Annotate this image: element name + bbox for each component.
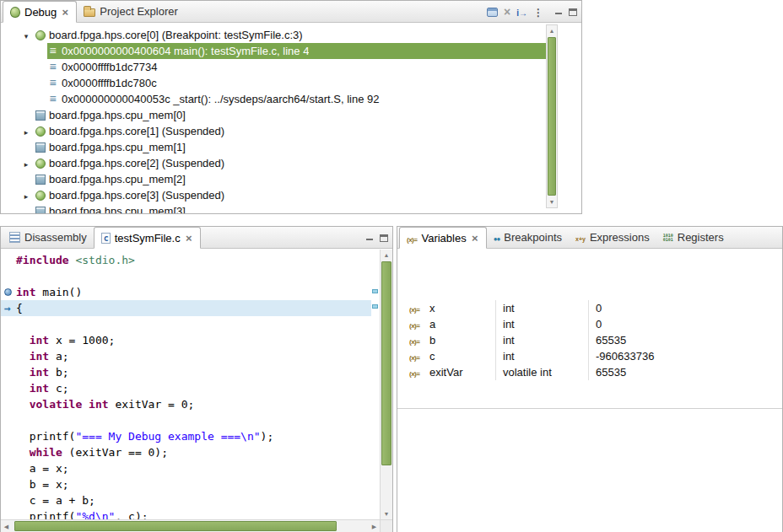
- scrollbar-thumb[interactable]: [14, 521, 337, 531]
- gutter: [1, 428, 14, 444]
- expander-closed-icon[interactable]: [20, 189, 32, 202]
- tab-disassembly[interactable]: Disassembly: [3, 227, 94, 248]
- gutter: [1, 332, 14, 348]
- tree-row[interactable]: board.fpga.hps.core[2] (Suspended): [2, 155, 546, 171]
- tab-registers[interactable]: Registers: [656, 227, 731, 248]
- code-line[interactable]: [1, 316, 371, 332]
- scrollbar-thumb[interactable]: [381, 261, 392, 465]
- tab-debug[interactable]: Debug: [3, 1, 77, 23]
- tree-row[interactable]: board.fpga.hps.core[1] (Suspended): [2, 123, 546, 139]
- minimize-icon[interactable]: [554, 8, 563, 16]
- debug-tree: board.fpga.hps.core[0] (Breakpoint: test…: [2, 24, 546, 213]
- tab-breakpoints[interactable]: Breakpoints: [487, 227, 569, 248]
- editor-vscrollbar[interactable]: [380, 250, 392, 519]
- tab-expressions[interactable]: Expressions: [569, 227, 656, 248]
- tree-row[interactable]: 0x0000000000400604 main(): testSymFile.c…: [2, 43, 546, 59]
- close-icon[interactable]: [61, 6, 69, 19]
- tree-indent: [2, 91, 47, 107]
- code-token: printf(: [16, 430, 75, 443]
- scroll-up-icon[interactable]: [547, 25, 557, 36]
- code-line[interactable]: {: [1, 300, 371, 316]
- code-line[interactable]: int x = 1000;: [1, 332, 371, 348]
- detail-pane-sash[interactable]: [397, 408, 782, 409]
- code-line[interactable]: [1, 412, 371, 428]
- tab-label: Disassembly: [24, 231, 87, 244]
- remove-all-terminated-icon[interactable]: [504, 6, 510, 19]
- scroll-right-icon[interactable]: [369, 520, 380, 532]
- close-icon[interactable]: [185, 232, 193, 245]
- tab-testsymfile-c[interactable]: testSymFile.c: [94, 227, 201, 249]
- tree-row[interactable]: board.fpga.hps.cpu_mem[3]: [2, 203, 546, 213]
- code-token: a;: [49, 350, 68, 363]
- variable-value: 65535: [588, 364, 782, 380]
- gutter: [1, 252, 14, 268]
- tree-row[interactable]: 0x0000ffffb1dc7734: [2, 59, 546, 75]
- variable-type: int: [495, 332, 588, 348]
- instruction-pointer-overview-mark[interactable]: [372, 304, 378, 309]
- breakpoint-overview-mark[interactable]: [372, 289, 378, 293]
- tree-row[interactable]: board.fpga.hps.cpu_mem[0]: [2, 107, 546, 123]
- code-token: [82, 398, 89, 411]
- variable-type: int: [495, 316, 588, 332]
- expander-closed-icon[interactable]: [20, 157, 32, 169]
- scroll-left-icon[interactable]: [1, 520, 12, 532]
- maximize-icon[interactable]: [380, 234, 388, 242]
- scrollbar-thumb[interactable]: [548, 37, 556, 196]
- tree-row[interactable]: board.fpga.hps.cpu_mem[1]: [2, 139, 546, 155]
- variable-row[interactable]: bint65535: [397, 332, 782, 348]
- tree-row[interactable]: board.fpga.hps.core[3] (Suspended): [2, 187, 546, 203]
- code-line[interactable]: volatile int exitVar = 0;: [1, 396, 371, 412]
- instruction-pointer-gutter: [1, 300, 14, 316]
- tab-label: Debug: [24, 6, 57, 19]
- code-line[interactable]: [1, 268, 371, 284]
- code-line[interactable]: printf("%d\n", c);: [1, 508, 371, 519]
- scroll-down-icon[interactable]: [547, 196, 557, 207]
- code-token: main(): [35, 286, 82, 298]
- tree-indent: [2, 203, 20, 213]
- code-line[interactable]: int a;: [1, 348, 371, 364]
- variable-row[interactable]: cint-960633736: [397, 348, 782, 364]
- code-area[interactable]: #include <stdio.h>int main(){ int x = 10…: [1, 250, 371, 519]
- scroll-down-icon[interactable]: [381, 508, 392, 519]
- expander-closed-icon[interactable]: [20, 125, 32, 137]
- tree-row-body: 0x0000ffffb1dc780c: [47, 75, 546, 91]
- tree-row[interactable]: board.fpga.hps.cpu_mem[2]: [2, 171, 546, 187]
- connect-icon[interactable]: [487, 8, 498, 17]
- minimize-icon[interactable]: [365, 234, 374, 242]
- tree-row[interactable]: 0x000000000040053c _start(): ../sysdeps/…: [2, 91, 546, 107]
- code-line[interactable]: int main(): [1, 284, 371, 300]
- tab-variables[interactable]: Variables: [399, 227, 487, 249]
- debug-tree-scrollbar[interactable]: [546, 24, 558, 208]
- editor-hscrollbar[interactable]: [1, 519, 380, 532]
- tree-row[interactable]: 0x0000ffffb1dc780c: [2, 75, 546, 91]
- code-line[interactable]: int c;: [1, 380, 371, 396]
- variable-row[interactable]: xint0: [397, 300, 782, 316]
- view-menu-icon[interactable]: [533, 6, 543, 19]
- core-icon: [35, 159, 46, 169]
- tab-label: testSymFile.c: [115, 232, 181, 245]
- code-token: b;: [49, 366, 68, 379]
- code-token: exitVar = 0;: [109, 398, 195, 411]
- core-icon: [35, 191, 46, 201]
- tree-label: board.fpga.hps.cpu_mem[2]: [49, 173, 186, 185]
- code-line[interactable]: #include <stdio.h>: [1, 252, 371, 268]
- expander-open-icon[interactable]: [20, 29, 32, 41]
- code-line[interactable]: int b;: [1, 364, 371, 380]
- code-line[interactable]: printf("=== My Debug example ===\n");: [1, 428, 371, 444]
- tree-label: board.fpga.hps.core[1] (Suspended): [49, 125, 224, 137]
- code-line[interactable]: a = x;: [1, 460, 371, 476]
- maximize-icon[interactable]: [569, 8, 577, 16]
- variable-row[interactable]: aint0: [397, 316, 782, 332]
- tree-row[interactable]: board.fpga.hps.core[0] (Breakpoint: test…: [2, 27, 546, 43]
- gutter: [1, 364, 14, 380]
- code-text: int c;: [16, 382, 69, 395]
- variable-row[interactable]: exitVarvolatile int65535: [397, 364, 782, 380]
- variable-value: 0: [588, 316, 782, 332]
- code-line[interactable]: c = a + b;: [1, 492, 371, 508]
- tab-project-explorer[interactable]: Project Explorer: [77, 1, 184, 22]
- code-line[interactable]: b = x;: [1, 476, 371, 492]
- scroll-up-icon[interactable]: [381, 250, 392, 261]
- close-icon[interactable]: [471, 232, 479, 245]
- instruction-stepping-icon[interactable]: [516, 6, 527, 19]
- code-line[interactable]: while (exitVar == 0);: [1, 444, 371, 460]
